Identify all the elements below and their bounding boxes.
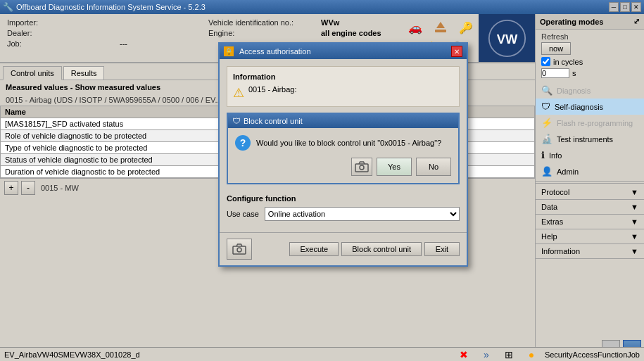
sidebar-section-operating: 🔍 Diagnosis 🛡 Self-diagnosis ⚡ Flash re-… [536, 81, 644, 182]
dialog-bottom-buttons: Execute Block control unit Exit [220, 232, 467, 265]
status-left: EV_AirbaVW40SMEVW38X_001028_d [4, 350, 140, 359]
cycles-input[interactable] [541, 68, 569, 78]
use-case-select[interactable]: Online activation Offline activation [265, 207, 460, 221]
importer-label: Importer: [7, 18, 120, 27]
close-button[interactable]: ✕ [631, 2, 641, 12]
warning-icon: ⚠ [233, 85, 244, 101]
help-label: Help [541, 232, 557, 241]
sidebar-label-flash: Flash re-programming [557, 119, 633, 127]
information-label: Information [541, 247, 580, 255]
info-section: Information ⚠ 0015 - Airbag: [227, 66, 460, 107]
in-cycles-label: in cycles [553, 58, 583, 66]
flash-icon: ⚡ [541, 118, 553, 128]
car-icon[interactable]: 🚗 [405, 18, 425, 37]
configure-section: Configure function Use case Online activ… [227, 190, 460, 225]
job-value: --- [120, 39, 127, 48]
sidebar-label-diagnosis: Diagnosis [557, 87, 591, 95]
question-icon: ? [235, 135, 251, 151]
window-controls[interactable]: ─ □ ✕ [609, 2, 641, 12]
extras-chevron: ▼ [631, 217, 638, 226]
status-bar: EV_AirbaVW40SMEVW38X_001028_d ✖ » ⊞ ● Se… [0, 347, 644, 361]
inner-dialog-title: 🛡 Block control unit [228, 114, 458, 128]
data-label: Data [541, 203, 557, 211]
tab-control-units[interactable]: Control units [3, 66, 62, 80]
dialog-action-buttons: Execute Block control unit Exit [289, 242, 460, 256]
app-icon: 🔧 [3, 2, 13, 12]
vw-logo-area: VW [479, 14, 535, 62]
admin-icon: 👤 [541, 166, 553, 177]
sidebar-label-admin: Admin [557, 167, 579, 176]
right-sidebar: Operating modes ⤢ Refresh now in cycles … [535, 14, 644, 361]
exit-button[interactable]: Exit [424, 242, 460, 256]
operating-modes-header: Operating modes ⤢ [536, 14, 644, 30]
svg-point-5 [360, 165, 364, 170]
vw-logo: VW [488, 19, 526, 58]
yes-button[interactable]: Yes [377, 158, 412, 176]
sidebar-label-test: Test instruments [557, 135, 613, 144]
sidebar-section-data[interactable]: Data ▼ [536, 200, 644, 215]
sidebar-item-flash-reprogramming: ⚡ Flash re-programming [536, 115, 644, 131]
info-icon: ℹ [541, 150, 545, 160]
svg-rect-0 [435, 30, 446, 32]
block-control-unit-button[interactable]: Block control unit [341, 242, 422, 256]
sidebar-section-extras[interactable]: Extras ▼ [536, 215, 644, 229]
sidebar-item-admin[interactable]: 👤 Admin [536, 163, 644, 179]
red-x-icon[interactable]: ✖ [455, 347, 473, 362]
tab-results[interactable]: Results [63, 66, 105, 80]
status-right: SecurityAccessFunctionJob [545, 350, 640, 359]
inner-dialog-icon: 🛡 [232, 116, 241, 126]
sidebar-item-test-instruments[interactable]: 🔬 Test instruments [536, 131, 644, 147]
title-bar-text: Offboard Diagnostic Information System S… [16, 3, 206, 11]
engine-label: Engine: [208, 29, 321, 37]
add-button[interactable]: + [4, 181, 18, 195]
protocol-label: Protocol [541, 188, 569, 196]
in-cycles-checkbox[interactable] [541, 57, 550, 66]
protocol-chevron: ▼ [631, 188, 638, 196]
dealer-label: Dealer: [7, 29, 120, 37]
camera-button-main[interactable] [227, 239, 252, 260]
minimize-button[interactable]: ─ [609, 2, 619, 12]
svg-marker-1 [436, 22, 445, 28]
job-label: Job: [7, 39, 120, 48]
sidebar-item-info[interactable]: ℹ Info [536, 147, 644, 163]
vehicle-id-label: Vehicle identification no.: [208, 18, 321, 27]
refresh-label: Refresh [541, 32, 638, 41]
svg-point-7 [237, 248, 241, 252]
diagnosis-icon: 🔍 [541, 85, 553, 96]
block-control-unit-dialog: 🛡 Block control unit ? Would you like to… [227, 113, 460, 184]
remove-button[interactable]: - [21, 181, 35, 195]
maximize-button[interactable]: □ [620, 2, 630, 12]
dialog-close-button[interactable]: ✕ [451, 46, 462, 57]
divider-1 [536, 183, 644, 184]
inner-dialog-content: ? Would you like to block control unit "… [228, 128, 458, 158]
title-bar: 🔧 Offboard Diagnostic Information System… [0, 0, 644, 14]
no-button[interactable]: No [416, 158, 451, 176]
extras-label: Extras [541, 217, 563, 226]
inner-dialog-title-text: Block control unit [244, 117, 303, 125]
sidebar-section-help[interactable]: Help ▼ [536, 229, 644, 244]
dialog-title-icon: 🔒 [224, 46, 234, 56]
vehicle-id-value: WVw [321, 18, 339, 27]
key-icon[interactable]: 🔑 [456, 18, 476, 37]
sidebar-label-info: Info [549, 151, 562, 160]
refresh-now-button[interactable]: now [541, 42, 571, 55]
seconds-label: s [572, 69, 576, 77]
engine-value: all engine codes [321, 29, 381, 37]
info-section-title: Information [233, 72, 453, 81]
dialog-title-bar: 🔒 Access authorisation ✕ [220, 44, 467, 59]
help-chevron: ▼ [631, 232, 638, 241]
block-dialog-message: Would you like to block control unit "0x… [256, 139, 441, 147]
sidebar-item-diagnosis: 🔍 Diagnosis [536, 82, 644, 99]
sidebar-section-information[interactable]: Information ▼ [536, 244, 644, 259]
sidebar-section-protocol[interactable]: Protocol ▼ [536, 185, 644, 200]
grid-icon[interactable]: ⊞ [500, 347, 518, 362]
dialog-title-text: Access authorisation [239, 47, 311, 56]
info-text: 0015 - Airbag: [248, 85, 297, 94]
camera-button-inner[interactable] [351, 158, 372, 176]
access-authorisation-dialog: 🔒 Access authorisation ✕ Information ⚠ 0… [218, 42, 468, 267]
forward-double-icon[interactable]: » [477, 347, 495, 362]
download-icon[interactable] [431, 18, 450, 37]
execute-button[interactable]: Execute [289, 242, 339, 256]
sidebar-item-self-diagnosis[interactable]: 🛡 Self-diagnosis [536, 99, 644, 115]
expand-icon[interactable]: ⤢ [633, 17, 640, 26]
